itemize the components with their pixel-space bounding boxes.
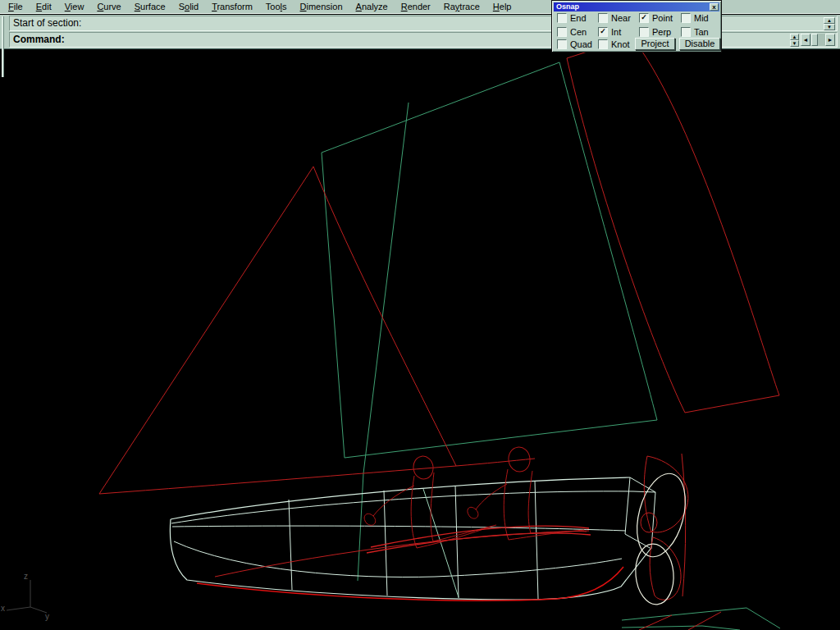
history-scroll-down-button[interactable]: ▼ bbox=[824, 24, 835, 30]
osnap-checkbox-label: Perp bbox=[652, 27, 671, 37]
wireframe-drawing: zxy bbox=[1, 49, 780, 630]
red-oar-lines bbox=[367, 526, 591, 553]
scroll-right-button[interactable]: ► bbox=[825, 34, 835, 46]
osnap-checkbox-label: Near bbox=[611, 13, 631, 23]
hull-frame-1 bbox=[289, 500, 292, 590]
osnap-checkbox-label: Int bbox=[611, 27, 621, 37]
green-mast-forestay bbox=[358, 103, 409, 581]
red-waterline bbox=[197, 567, 623, 600]
hull-frame-3 bbox=[455, 486, 459, 598]
prop-edge-line bbox=[682, 454, 686, 596]
unchecked-checkbox-icon[interactable] bbox=[557, 27, 567, 37]
up-arrow-icon: ▲ bbox=[792, 34, 797, 39]
osnap-checkbox-cen[interactable]: Cen bbox=[557, 27, 587, 37]
down-arrow-icon: ▼ bbox=[792, 41, 797, 46]
up-arrow-icon: ▲ bbox=[827, 18, 832, 23]
project-button[interactable]: Project bbox=[635, 38, 675, 50]
axis-tripod bbox=[7, 580, 47, 613]
osnap-title-bar[interactable]: Osnap x bbox=[554, 2, 719, 11]
left-arrow-icon: ◄ bbox=[803, 37, 809, 43]
osnap-checkbox-label: Point bbox=[652, 13, 673, 23]
checked-checkbox-icon[interactable]: ✓ bbox=[639, 13, 649, 23]
red-inner-sheer bbox=[215, 531, 589, 577]
osnap-palette: Osnap x EndNear✓PointMidCen✓IntPerpTanQu… bbox=[551, 0, 722, 52]
prompt-scroll-down-button[interactable]: ▼ bbox=[790, 40, 799, 47]
scroll-left-button[interactable]: ◄ bbox=[801, 34, 810, 46]
osnap-checkbox-quad[interactable]: Quad bbox=[557, 39, 592, 49]
osnap-checkbox-perp[interactable]: Perp bbox=[639, 27, 671, 37]
down-arrow-icon: ▼ bbox=[827, 25, 832, 30]
menu-item-tools[interactable]: Tools bbox=[259, 1, 294, 12]
prompt-scroll-up-button[interactable]: ▲ bbox=[790, 34, 799, 40]
figure-b-torso bbox=[504, 469, 532, 540]
prop-blade-red-bottom bbox=[650, 537, 681, 600]
toolbar-grip[interactable] bbox=[2, 16, 7, 47]
unchecked-checkbox-icon[interactable] bbox=[598, 39, 608, 49]
osnap-checkbox-label: End bbox=[570, 13, 587, 23]
unchecked-checkbox-icon[interactable] bbox=[557, 39, 567, 49]
menu-item-curve[interactable]: Curve bbox=[90, 1, 127, 12]
menu-item-edit[interactable]: Edit bbox=[30, 1, 58, 12]
menu-item-render[interactable]: Render bbox=[395, 1, 437, 12]
menu-item-raytrace[interactable]: Raytrace bbox=[437, 1, 486, 12]
osnap-checkbox-knot[interactable]: Knot bbox=[598, 39, 630, 49]
osnap-checkbox-near[interactable]: Near bbox=[598, 13, 631, 23]
command-prompt-label: Command: bbox=[13, 34, 65, 45]
disable-button[interactable]: Disable bbox=[679, 38, 720, 50]
red-mainsail bbox=[567, 49, 779, 413]
close-icon[interactable]: x bbox=[710, 3, 719, 11]
prop-blade-red-top bbox=[644, 456, 688, 532]
red-jib-sheet bbox=[456, 459, 535, 466]
osnap-checkbox-point[interactable]: ✓Point bbox=[639, 13, 673, 23]
menu-item-file[interactable]: File bbox=[2, 1, 30, 12]
unchecked-checkbox-icon[interactable] bbox=[681, 13, 691, 23]
osnap-checkbox-label: Mid bbox=[694, 13, 709, 23]
axis-label-x: x bbox=[1, 604, 5, 613]
figure-b-arm bbox=[468, 484, 507, 518]
osnap-checkbox-label: Knot bbox=[611, 39, 630, 49]
osnap-checkbox-int[interactable]: ✓Int bbox=[598, 27, 621, 37]
osnap-title-text: Osnap bbox=[556, 2, 579, 11]
axis-label-y: y bbox=[45, 612, 49, 621]
osnap-checkbox-label: Tan bbox=[694, 27, 709, 37]
checked-checkbox-icon[interactable]: ✓ bbox=[598, 27, 608, 37]
osnap-checkbox-label: Cen bbox=[570, 27, 587, 37]
axis-label-z: z bbox=[24, 572, 28, 581]
horizontal-scrollbar-track[interactable] bbox=[810, 34, 825, 46]
hull-frame-2 bbox=[384, 491, 387, 596]
menu-item-dimension[interactable]: Dimension bbox=[294, 1, 349, 12]
history-scroll-up-button[interactable]: ▲ bbox=[824, 17, 835, 24]
hull-bilge-stringer bbox=[174, 541, 622, 578]
hull-frame-4 bbox=[535, 481, 538, 599]
osnap-checkbox-tan[interactable]: Tan bbox=[681, 27, 709, 37]
osnap-checkbox-end[interactable]: End bbox=[557, 13, 587, 23]
unchecked-checkbox-icon[interactable] bbox=[639, 27, 649, 37]
prop-blade-white-2 bbox=[633, 542, 676, 606]
right-arrow-icon: ► bbox=[828, 37, 833, 43]
osnap-checkbox-mid[interactable]: Mid bbox=[681, 13, 709, 23]
menu-item-surface[interactable]: Surface bbox=[128, 1, 172, 12]
command-history-text: Start of section: bbox=[13, 17, 81, 29]
osnap-checkbox-label: Quad bbox=[570, 39, 592, 49]
green-mainsail bbox=[322, 62, 657, 458]
osnap-grid: EndNear✓PointMidCen✓IntPerpTanQuadKnotPr… bbox=[552, 11, 721, 52]
hull-sheer-top bbox=[171, 477, 630, 519]
red-jib bbox=[99, 167, 456, 494]
menu-item-help[interactable]: Help bbox=[486, 1, 518, 12]
unchecked-checkbox-icon[interactable] bbox=[681, 27, 691, 37]
application-window: zxy FileEditViewCurveSurfaceSolidTransfo… bbox=[0, 0, 840, 630]
menu-item-transform[interactable]: Transform bbox=[205, 1, 259, 12]
menu-item-solid[interactable]: Solid bbox=[172, 1, 205, 12]
viewport-canvas[interactable]: zxy bbox=[0, 0, 840, 630]
horizontal-scrollbar-thumb[interactable] bbox=[811, 34, 818, 46]
unchecked-checkbox-icon[interactable] bbox=[557, 13, 567, 23]
unchecked-checkbox-icon[interactable] bbox=[598, 13, 608, 23]
menu-item-view[interactable]: View bbox=[58, 1, 91, 12]
menu-item-analyze[interactable]: Analyze bbox=[349, 1, 395, 12]
